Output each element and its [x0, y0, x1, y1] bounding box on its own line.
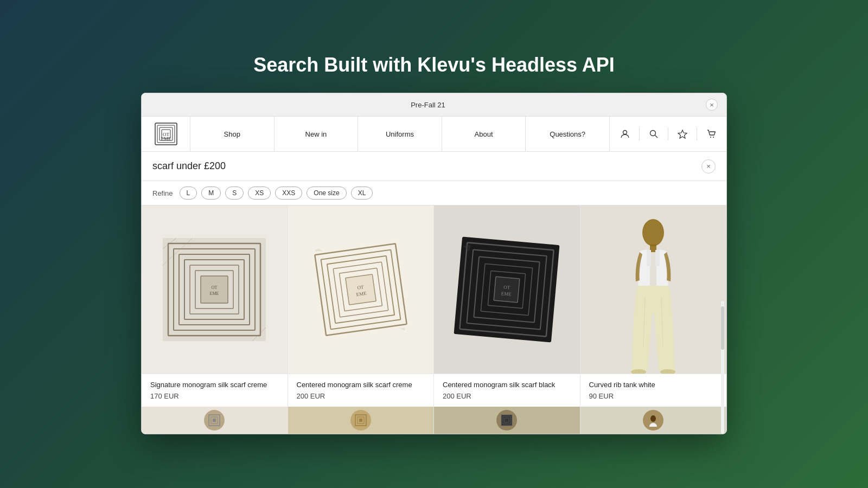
scrollbar-thumb[interactable] [721, 306, 724, 350]
svg-point-7 [650, 131, 656, 136]
nav-actions [610, 117, 726, 151]
svg-point-6 [623, 131, 627, 134]
svg-rect-46 [655, 250, 660, 266]
svg-text:EME: EME [161, 136, 171, 142]
nav-item-new-in[interactable]: New in [275, 117, 359, 151]
thumbnail-3[interactable] [434, 407, 580, 434]
logo: OT EME [142, 117, 190, 151]
browser-bar: Pre-Fall 21 × [142, 93, 726, 117]
product-image-area-4 [580, 206, 727, 374]
navigation-bar: OT EME Shop New in Uniforms About Questi… [142, 117, 726, 152]
search-clear-button[interactable]: × [701, 159, 716, 174]
svg-point-60 [650, 415, 656, 422]
product-image-area-2: OT EME [288, 206, 434, 374]
search-bar: × [142, 152, 726, 181]
thumb-avatar-4 [643, 410, 663, 431]
logo-icon: OT EME [154, 122, 178, 146]
thumb-avatar-1 [204, 410, 225, 431]
svg-text:OT: OT [357, 284, 365, 291]
nav-divider-3 [697, 127, 697, 140]
product-info-1: Signature monogram silk scarf creme 170 … [142, 374, 288, 407]
thumbnail-1[interactable] [142, 407, 288, 434]
thumbnail-strip [142, 407, 726, 434]
refine-label: Refine [152, 189, 173, 197]
product-card-2[interactable]: Exclusive OT EME [288, 206, 435, 407]
product-price-1: 170 EUR [150, 392, 279, 400]
thumb-avatar-2 [350, 410, 371, 431]
nav-item-shop[interactable]: Shop [190, 117, 275, 151]
cart-button[interactable] [701, 124, 721, 144]
svg-point-10 [710, 137, 711, 138]
product-card-3[interactable]: Exclusive OT EME [434, 206, 580, 407]
product-name-1: Signature monogram silk scarf creme [150, 381, 279, 390]
page-title: Search Built with Klevu's Headless API [253, 54, 614, 76]
product-name-2: Centered monogram silk scarf creme [297, 381, 425, 390]
product-card-1[interactable]: OT EME Signature monogram silk scarf cre… [142, 206, 288, 407]
product-info-4: Curved rib tank white 90 EUR [580, 374, 727, 407]
product-price-3: 200 EUR [443, 392, 571, 400]
nav-items: Shop New in Uniforms About Questions? [190, 117, 610, 151]
product-card-4[interactable]: Curved rib tank white 90 EUR [580, 206, 727, 407]
browser-tab-label: Pre-Fall 21 [150, 101, 706, 109]
product-image-2: OT EME [301, 230, 420, 349]
scrollbar-track [721, 301, 724, 434]
product-price-4: 90 EUR [589, 392, 718, 400]
size-chip-l[interactable]: L [180, 187, 197, 200]
model-illustration [604, 216, 702, 374]
svg-line-8 [655, 136, 658, 138]
size-chip-xl[interactable]: XL [351, 187, 373, 200]
size-chip-xs[interactable]: XS [248, 187, 271, 200]
product-image-area-1: OT EME [142, 206, 288, 374]
products-grid: OT EME Signature monogram silk scarf cre… [142, 206, 726, 407]
browser-close-button[interactable]: × [706, 99, 718, 111]
svg-rect-45 [647, 250, 651, 266]
product-price-2: 200 EUR [297, 392, 425, 400]
size-chip-m[interactable]: M [201, 187, 221, 200]
wishlist-button[interactable] [673, 124, 692, 144]
svg-text:OT: OT [212, 285, 218, 290]
svg-point-11 [713, 137, 714, 138]
svg-rect-53 [213, 419, 216, 422]
svg-point-43 [642, 219, 664, 246]
nav-divider-1 [639, 127, 640, 140]
nav-item-about[interactable]: About [442, 117, 526, 151]
size-chip-one-size[interactable]: One size [307, 187, 346, 200]
nav-divider-2 [668, 127, 668, 140]
thumbnail-2[interactable] [288, 407, 435, 434]
search-input[interactable] [152, 160, 701, 172]
product-image-area-3: OT EME [434, 206, 580, 374]
thumb-avatar-3 [496, 410, 517, 431]
svg-text:EME: EME [210, 291, 219, 296]
svg-rect-56 [359, 419, 362, 422]
product-info-2: Centered monogram silk scarf creme 200 E… [288, 374, 434, 407]
nav-item-questions[interactable]: Questions? [526, 117, 610, 151]
svg-text:EME: EME [501, 291, 512, 297]
svg-text:OT: OT [503, 285, 510, 291]
browser-window: Pre-Fall 21 × OT EME Shop New in Uniform… [141, 93, 727, 434]
product-name-3: Centered monogram silk scarf black [443, 381, 571, 390]
product-info-3: Centered monogram silk scarf black 200 E… [434, 374, 580, 407]
thumbnail-4[interactable] [580, 407, 727, 434]
search-button[interactable] [644, 124, 663, 144]
size-chip-s[interactable]: S [225, 187, 244, 200]
product-image-3: OT EME [447, 230, 566, 349]
account-button[interactable] [615, 124, 635, 144]
nav-item-uniforms[interactable]: Uniforms [358, 117, 442, 151]
size-chip-xxs[interactable]: XXS [275, 187, 302, 200]
product-image-1: OT EME [157, 233, 271, 346]
svg-marker-9 [678, 130, 687, 138]
product-name-4: Curved rib tank white [589, 381, 718, 390]
refine-bar: Refine L M S XS XXS One size XL [142, 181, 726, 206]
